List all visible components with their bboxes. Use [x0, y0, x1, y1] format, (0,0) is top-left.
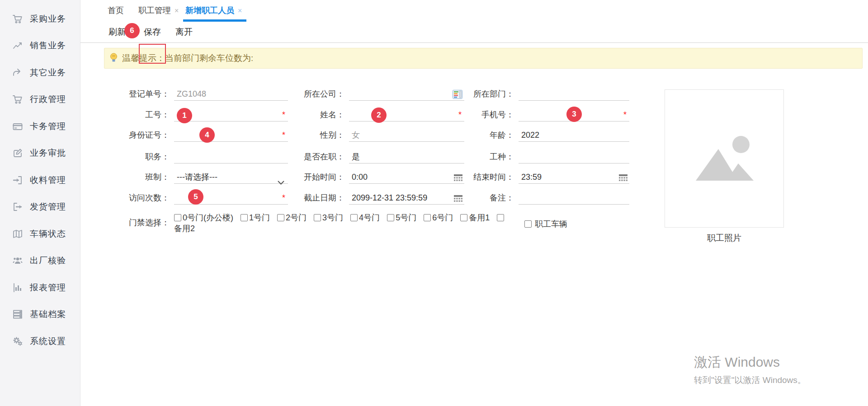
annotation-marker: 2	[371, 107, 387, 123]
duty-field[interactable]	[174, 150, 288, 163]
cart-icon	[11, 93, 24, 105]
app-window: 采购业务 销售业务 其它业务 行政管理 卡务管理 业务审批 收料管理 发货管理	[0, 0, 868, 406]
door-option[interactable]: 5号门	[387, 212, 416, 223]
checkbox-icon[interactable]	[524, 220, 532, 228]
door-option[interactable]: 0号门(办公楼)	[174, 212, 233, 223]
sidebar-item-label: 业务审批	[30, 147, 66, 159]
annotation-save-box	[139, 44, 166, 64]
sidebar-item-sales[interactable]: 销售业务	[0, 33, 80, 60]
bar-chart-icon	[11, 282, 24, 294]
door-option[interactable]: 3号门	[314, 212, 343, 223]
department-label: 所在部门：	[455, 87, 514, 101]
sidebar-item-settings[interactable]: 系统设置	[0, 328, 80, 355]
sidebar-item-label: 采购业务	[30, 13, 66, 25]
department-field[interactable]	[519, 87, 629, 101]
onjob-field[interactable]: 是	[349, 150, 464, 163]
door-option[interactable]: 备用1	[460, 212, 490, 223]
chart-line-icon	[11, 40, 24, 51]
main-content: 首页 职工管理× 新增职工人员× 刷新 保存 离开 温馨提示：当前部门剩余车位数…	[80, 0, 868, 406]
door-option[interactable]: 6号门	[424, 212, 453, 223]
door-options-line2[interactable]: 备用2	[174, 223, 500, 234]
regno-field[interactable]: ZG1048	[174, 87, 288, 101]
checkbox-icon[interactable]	[314, 214, 321, 221]
checkbox-icon[interactable]	[460, 214, 467, 221]
sidebar-item-reports[interactable]: 报表管理	[0, 274, 80, 301]
annotation-marker: 5	[188, 189, 203, 205]
watermark-title: 激活 Windows	[694, 353, 806, 372]
regno-label: 登记单号：	[93, 87, 170, 101]
sidebar-item-receiving[interactable]: 收料管理	[0, 167, 80, 194]
checkbox-icon[interactable]	[387, 214, 394, 221]
door-select-label: 门禁选择：	[93, 216, 170, 229]
bulb-icon	[110, 53, 118, 64]
sidebar-item-factory-check[interactable]: 出厂核验	[0, 247, 80, 275]
checkbox-icon[interactable]	[497, 214, 504, 221]
sidebar-item-purchasing[interactable]: 采购业务	[0, 5, 80, 33]
company-field[interactable]	[349, 87, 464, 101]
sidebar-item-other-business[interactable]: 其它业务	[0, 59, 80, 86]
sidebar-item-shipping[interactable]: 发货管理	[0, 194, 80, 221]
idcard-field[interactable]: *	[174, 128, 288, 142]
name-label: 姓名：	[286, 108, 344, 121]
tip-bar: 温馨提示：当前部门剩余车位数为:	[104, 48, 863, 69]
annotation-marker: 4	[199, 127, 215, 143]
phone-label: 手机号：	[455, 108, 514, 121]
tab-add-staff[interactable]: 新增职工人员×	[185, 0, 242, 21]
image-icon	[690, 132, 758, 186]
starttime-label: 开始时间：	[286, 170, 344, 184]
checkbox-icon[interactable]	[241, 214, 248, 221]
leave-button[interactable]: 离开	[175, 22, 193, 42]
endtime-label: 结束时间：	[455, 170, 514, 184]
checkbox-icon[interactable]	[174, 214, 181, 221]
sidebar-item-approval[interactable]: 业务审批	[0, 140, 80, 167]
door-option[interactable]	[497, 212, 505, 223]
checkbox-icon[interactable]	[350, 214, 358, 221]
starttime-field[interactable]: 0:00	[349, 170, 464, 184]
door-option[interactable]: 1号门	[241, 212, 270, 223]
sidebar-item-label: 发货管理	[30, 201, 66, 213]
deadline-field[interactable]: 2099-12-31 23:59:59	[349, 191, 464, 205]
sidebar-item-archives[interactable]: 基础档案	[0, 301, 80, 328]
deadline-label: 截止日期：	[286, 191, 344, 205]
map-icon	[11, 228, 24, 240]
sidebar-item-vehicle-status[interactable]: 车辆状态	[0, 220, 80, 247]
annotation-marker: 3	[566, 107, 582, 122]
remark-field[interactable]	[519, 191, 629, 205]
door-options-line1: 0号门(办公楼) 1号门 2号门 3号门 4号门 5号门 6号门 备用1	[174, 212, 500, 223]
sidebar-item-label: 车辆状态	[30, 228, 66, 240]
required-asterisk: *	[623, 109, 627, 121]
sidebar-item-card[interactable]: 卡务管理	[0, 113, 80, 140]
checkbox-icon[interactable]	[277, 214, 284, 221]
worktype-field[interactable]	[519, 150, 629, 163]
chevron-down-icon	[278, 175, 284, 189]
photo-placeholder[interactable]	[665, 89, 784, 228]
checkbox-icon[interactable]	[424, 214, 431, 221]
idcard-label: 身份证号：	[93, 128, 170, 142]
refresh-button[interactable]: 刷新	[108, 22, 126, 42]
required-asterisk: *	[282, 129, 285, 141]
windows-activation-watermark: 激活 Windows 转到"设置"以激活 Windows。	[694, 353, 806, 386]
name-field[interactable]: *	[349, 108, 464, 121]
visits-label: 访问次数：	[93, 191, 170, 205]
tab-bar: 首页 职工管理× 新增职工人员×	[80, 0, 868, 22]
age-field[interactable]: 2022	[519, 128, 629, 142]
sidebar-item-admin[interactable]: 行政管理	[0, 86, 80, 113]
server-icon	[11, 308, 24, 320]
calendar-icon[interactable]	[619, 173, 627, 186]
gender-label: 性别：	[286, 128, 344, 142]
door-option[interactable]: 4号门	[350, 212, 380, 223]
photo-caption: 职工照片	[665, 232, 784, 244]
endtime-field[interactable]: 23:59	[519, 170, 629, 184]
gender-field[interactable]: 女	[349, 128, 464, 142]
age-label: 年龄：	[455, 128, 514, 142]
shift-select[interactable]: ---请选择---	[174, 170, 288, 184]
vehicle-option[interactable]: 职工车辆	[524, 219, 567, 229]
annotation-marker: 6	[124, 23, 140, 38]
door-option[interactable]: 2号门	[277, 212, 307, 223]
tab-staff-management[interactable]: 职工管理×	[138, 0, 179, 21]
close-icon[interactable]: ×	[175, 7, 179, 14]
close-icon[interactable]: ×	[238, 7, 242, 14]
toolbar: 刷新 保存 离开	[80, 22, 868, 43]
tab-home[interactable]: 首页	[108, 0, 124, 21]
save-button[interactable]: 保存	[144, 22, 161, 42]
